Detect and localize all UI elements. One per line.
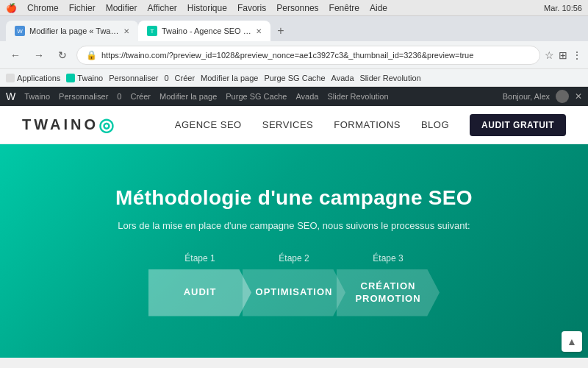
back-button[interactable]: ← — [6, 46, 25, 65]
chrome-tab-2[interactable]: T Twaino - Agence SEO | Croiss... ✕ — [138, 21, 270, 41]
tab2-close[interactable]: ✕ — [256, 27, 262, 35]
bookmark-creer[interactable]: Créer — [175, 74, 196, 82]
comments-label: 0 — [117, 92, 121, 101]
bookmark-avada[interactable]: Avada — [331, 74, 354, 82]
menubar-right: Mar. 10:56 — [544, 4, 582, 13]
hero-subtitle: Lors de la mise en place d'une campagne … — [118, 220, 470, 231]
wp-edit-page[interactable]: Modifier la page — [159, 92, 217, 101]
tab2-favicon: T — [147, 26, 157, 36]
wp-avatar[interactable] — [556, 90, 569, 103]
steps-row: Étape 1 AUDIT Étape 2 OPTIMISATION Étape… — [148, 253, 440, 316]
menubar-fichier[interactable]: Fichier — [69, 3, 96, 13]
wp-greeting: Bonjour, Alex — [503, 92, 550, 101]
wp-customize[interactable]: Personnaliser — [59, 92, 108, 101]
step1-arrow: AUDIT — [148, 269, 251, 316]
step2-label: Étape 2 — [279, 253, 309, 263]
chrome-icons: ☆ ⊞ ⋮ — [545, 49, 582, 61]
wp-comments[interactable]: 0 — [117, 92, 121, 101]
menubar-favoris[interactable]: Favoris — [237, 3, 266, 13]
apple-menu[interactable]: 🍎 — [6, 3, 17, 13]
menu-icon[interactable]: ⋮ — [572, 49, 582, 61]
new-tab-button[interactable]: + — [270, 21, 291, 41]
menubar-modifier[interactable]: Modifier — [106, 3, 137, 13]
bookmark-label: Avada — [331, 74, 354, 82]
menubar-personnes[interactable]: Personnes — [276, 3, 318, 13]
tab1-title: Modifier la page « Twaino - W... — [29, 26, 119, 35]
chrome-tab-1[interactable]: W Modifier la page « Twaino - W... ✕ — [6, 21, 138, 41]
step2-shape: OPTIMISATION — [243, 269, 345, 316]
wp-slider[interactable]: Slider Revolution — [327, 92, 388, 101]
step2-arrow: OPTIMISATION — [243, 269, 345, 316]
menubar-afficher[interactable]: Afficher — [147, 3, 176, 13]
bookmark-personnaliser[interactable]: Personnaliser — [109, 74, 158, 82]
bookmark-label: Modifier la page — [201, 74, 258, 82]
bookmark-label: Purge SG Cache — [264, 74, 325, 82]
bookmark-modifier-page[interactable]: Modifier la page — [201, 74, 258, 82]
wp-close[interactable]: ✕ — [575, 91, 582, 102]
hero-title: Méthodologie d'une campagne SEO — [115, 186, 473, 210]
site-logo[interactable]: TWAINO ◎ — [22, 115, 117, 135]
chrome-tabbar: W Modifier la page « Twaino - W... ✕ T T… — [0, 16, 588, 41]
menubar-chrome[interactable]: Chrome — [27, 3, 59, 13]
bookmark-label: Créer — [175, 74, 196, 82]
customize-label: Personnaliser — [59, 92, 108, 101]
slider-label: Slider Revolution — [327, 92, 388, 101]
wp-logo-item[interactable]: W — [6, 91, 15, 102]
mac-menubar: 🍎 Chrome Fichier Modifier Afficher Histo… — [0, 0, 588, 16]
step1-shape: AUDIT — [148, 269, 251, 316]
bookmark-label: 0 — [164, 74, 168, 82]
tab2-title: Twaino - Agence SEO | Croiss... — [162, 26, 251, 35]
step3-shape: CRÉATION PROMOTION — [337, 269, 440, 316]
step-2: Étape 2 OPTIMISATION — [243, 253, 345, 316]
menubar-aide[interactable]: Aide — [370, 3, 387, 13]
menubar-fenetre[interactable]: Fenêtre — [329, 3, 359, 13]
step3-text: CRÉATION PROMOTION — [355, 280, 420, 305]
purge-label: Purge SG Cache — [226, 92, 287, 101]
menubar-historique[interactable]: Historique — [187, 3, 227, 13]
step-1: Étape 1 AUDIT — [148, 253, 251, 316]
wp-avada[interactable]: Avada — [295, 92, 318, 101]
wp-icon: W — [6, 91, 15, 102]
bookmark-purge[interactable]: Purge SG Cache — [264, 74, 325, 82]
step-3: Étape 3 CRÉATION PROMOTION — [337, 253, 440, 316]
menubar-left: 🍎 Chrome Fichier Modifier Afficher Histo… — [6, 3, 387, 13]
step1-label: Étape 1 — [184, 253, 215, 263]
scroll-up-button[interactable]: ▲ — [562, 331, 582, 352]
step2-text: OPTIMISATION — [256, 286, 333, 299]
tab1-favicon: W — [15, 26, 25, 36]
bookmark-count[interactable]: 0 — [164, 74, 168, 82]
forward-button[interactable]: → — [29, 46, 49, 65]
url-text: https://twaino.com/?preview_id=1028&prev… — [101, 51, 473, 60]
refresh-button[interactable]: ↻ — [53, 46, 72, 65]
nav-blog[interactable]: BLOG — [421, 119, 449, 130]
nav-services[interactable]: SERVICES — [262, 119, 314, 130]
bookmark-slider[interactable]: Slider Revolution — [360, 74, 421, 82]
wp-adminbar: W Twaino Personnaliser 0 Créer Modifier … — [0, 87, 588, 106]
tab1-close[interactable]: ✕ — [123, 27, 129, 35]
extension-icon[interactable]: ⊞ — [559, 49, 567, 61]
bookmark-label: Personnaliser — [109, 74, 158, 82]
site-name-label: Twaino — [24, 92, 50, 101]
bookmark-label: Twaino — [77, 74, 103, 82]
create-label: Créer — [130, 92, 151, 101]
bookmark-label: Applications — [17, 74, 60, 82]
bookmarks-bar: Applications Twaino Personnaliser 0 Crée… — [0, 69, 588, 87]
star-icon[interactable]: ☆ — [545, 49, 554, 61]
audit-cta-button[interactable]: AUDIT GRATUIT — [470, 114, 566, 136]
wp-create[interactable]: Créer — [130, 92, 151, 101]
logo-text: TWAINO — [22, 116, 98, 133]
edit-page-label: Modifier la page — [159, 92, 217, 101]
nav-formations[interactable]: FORMATIONS — [334, 119, 401, 130]
avada-label: Avada — [295, 92, 318, 101]
site-navigation: TWAINO ◎ AGENCE SEO SERVICES FORMATIONS … — [0, 106, 588, 144]
wp-site-name[interactable]: Twaino — [24, 92, 50, 101]
step3-arrow: CRÉATION PROMOTION — [337, 269, 440, 316]
hero-section: Méthodologie d'une campagne SEO Lors de … — [0, 144, 588, 358]
wp-purge-cache[interactable]: Purge SG Cache — [226, 92, 287, 101]
logo-symbol: ◎ — [98, 115, 117, 135]
bookmark-applications[interactable]: Applications — [6, 74, 60, 82]
address-bar[interactable]: 🔒 https://twaino.com/?preview_id=1028&pr… — [76, 46, 540, 65]
bookmark-twaino[interactable]: Twaino — [66, 74, 103, 82]
nav-agence-seo[interactable]: AGENCE SEO — [175, 119, 242, 130]
step3-label: Étape 3 — [373, 253, 403, 263]
